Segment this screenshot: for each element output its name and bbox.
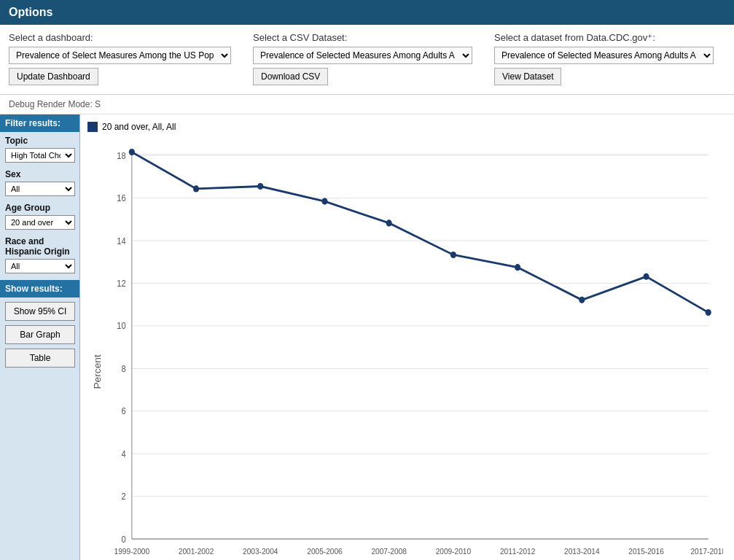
legend-label: 20 and over, All, All xyxy=(102,122,176,132)
svg-text:16: 16 xyxy=(117,192,126,203)
svg-text:2015-2016: 2015-2016 xyxy=(628,546,663,556)
show-95ci-button[interactable]: Show 95% CI xyxy=(5,302,75,321)
svg-text:2017-2018: 2017-2018 xyxy=(690,546,723,556)
sidebar: Filter results: Topic High Total Cholest… xyxy=(0,114,80,560)
y-axis-label: Percent xyxy=(93,354,103,389)
filter-results-header: Filter results: xyxy=(0,114,79,132)
csv-label: Select a CSV Dataset: xyxy=(253,32,472,43)
cdc-label: Select a dataset from Data.CDC.gov⁺: xyxy=(494,32,714,43)
topic-filter-group: Topic High Total Cholest... xyxy=(0,132,79,166)
download-csv-button[interactable]: Download CSV xyxy=(253,68,328,85)
chart-area: 20 and over, All, All Percent 0 2 4 xyxy=(80,114,734,560)
age-select[interactable]: 20 and over 20-39 40-59 60 and over xyxy=(5,215,75,230)
data-point xyxy=(450,252,456,258)
options-title: Options xyxy=(9,6,52,18)
svg-text:8: 8 xyxy=(122,363,127,374)
data-point xyxy=(129,149,135,155)
cdc-select[interactable]: Prevalence of Selected Measures Among Ad… xyxy=(494,47,714,64)
svg-text:12: 12 xyxy=(117,278,126,289)
svg-text:10: 10 xyxy=(117,321,126,332)
svg-text:2001-2002: 2001-2002 xyxy=(179,546,214,556)
age-label: Age Group xyxy=(5,203,74,213)
data-point xyxy=(257,183,263,190)
cdc-group: Select a dataset from Data.CDC.gov⁺: Pre… xyxy=(494,32,714,85)
view-dataset-button[interactable]: View Dataset xyxy=(494,68,561,85)
data-point xyxy=(193,185,199,192)
svg-text:2007-2008: 2007-2008 xyxy=(371,546,406,556)
update-dashboard-button[interactable]: Update Dashboard xyxy=(9,68,98,85)
sex-label: Sex xyxy=(5,169,74,179)
svg-text:2: 2 xyxy=(122,491,127,502)
topic-select[interactable]: High Total Cholest... xyxy=(5,148,75,163)
svg-text:2013-2014: 2013-2014 xyxy=(564,546,599,556)
svg-text:1999-2000: 1999-2000 xyxy=(114,546,149,556)
chart-legend: 20 and over, All, All xyxy=(87,122,723,132)
dashboard-group: Select a dashboard: Prevalence of Select… xyxy=(9,32,231,85)
chart-container: Percent 0 2 4 6 8 xyxy=(87,138,723,560)
svg-text:0: 0 xyxy=(122,534,127,545)
show-results-header: Show results: xyxy=(0,280,79,298)
legend-color-swatch xyxy=(87,122,98,132)
debug-bar: Debug Render Mode: S xyxy=(0,95,734,114)
options-header: Options xyxy=(0,0,734,25)
main-content: Filter results: Topic High Total Cholest… xyxy=(0,114,734,560)
age-filter-group: Age Group 20 and over 20-39 40-59 60 and… xyxy=(0,199,79,233)
line-chart: Percent 0 2 4 6 8 xyxy=(87,138,723,560)
y-axis-gridlines: 0 2 4 6 8 10 12 14 16 xyxy=(117,150,708,545)
data-line xyxy=(132,152,708,312)
svg-text:6: 6 xyxy=(122,406,127,417)
csv-select[interactable]: Prevalence of Selected Measures Among Ad… xyxy=(253,47,472,64)
bar-graph-button[interactable]: Bar Graph xyxy=(5,325,75,344)
sex-select[interactable]: All Male Female xyxy=(5,182,75,196)
svg-text:14: 14 xyxy=(117,236,126,246)
options-panel: Select a dashboard: Prevalence of Select… xyxy=(0,25,734,95)
data-point xyxy=(515,264,520,271)
topic-label: Topic xyxy=(5,136,74,146)
svg-text:2011-2012: 2011-2012 xyxy=(500,546,535,556)
svg-text:4: 4 xyxy=(122,448,127,459)
dashboard-select[interactable]: Prevalence of Select Measures Among the … xyxy=(9,47,231,64)
svg-text:2009-2010: 2009-2010 xyxy=(436,546,471,556)
data-point xyxy=(706,309,711,316)
svg-text:2003-2004: 2003-2004 xyxy=(243,546,278,556)
data-point xyxy=(643,273,649,280)
data-point xyxy=(579,297,585,303)
svg-text:2005-2006: 2005-2006 xyxy=(307,546,342,556)
dashboard-label: Select a dashboard: xyxy=(9,32,231,43)
table-button[interactable]: Table xyxy=(5,349,75,368)
data-point xyxy=(386,219,392,226)
sex-filter-group: Sex All Male Female xyxy=(0,166,79,199)
results-buttons: Show 95% CI Bar Graph Table xyxy=(0,298,79,372)
data-point xyxy=(321,198,327,205)
race-label: Race and Hispanic Origin xyxy=(5,236,74,257)
race-select[interactable]: All Non-Hispanic White Non-Hispanic Blac… xyxy=(5,259,75,273)
svg-text:18: 18 xyxy=(117,150,126,161)
race-filter-group: Race and Hispanic Origin All Non-Hispani… xyxy=(0,233,79,276)
x-axis-labels: 1999-2000 2001-2002 2003-2004 2005-2006 … xyxy=(114,546,723,556)
csv-group: Select a CSV Dataset: Prevalence of Sele… xyxy=(253,32,472,85)
